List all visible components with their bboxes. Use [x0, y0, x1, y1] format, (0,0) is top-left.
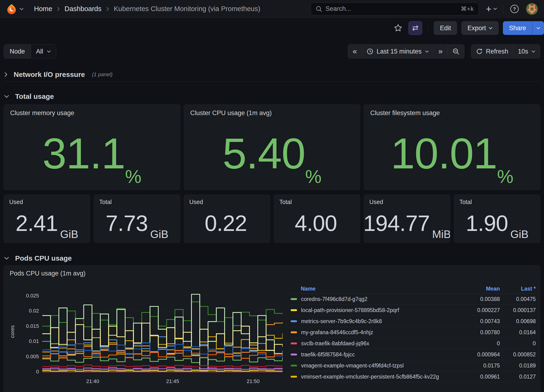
- series-name: traefik-6f5f87584-fpjcc: [301, 352, 355, 358]
- panel-cluster-memory-usage[interactable]: Cluster memory usage 31.1 %: [4, 104, 180, 190]
- x-axis-tick-label: 21:50: [237, 378, 270, 385]
- variable-value[interactable]: All: [31, 45, 56, 58]
- section-network-io-pressure[interactable]: Network I/O pressure (1 panel): [4, 68, 540, 82]
- x-axis-tick-label: 21:40: [76, 378, 109, 385]
- panel-cluster-filesystem-usage[interactable]: Cluster filesystem usage 10.01 %: [364, 104, 540, 190]
- chart-series-line: [42, 370, 283, 371]
- chevron-down-icon: [489, 27, 492, 29]
- edit-button[interactable]: Edit: [434, 21, 457, 35]
- section-total-usage[interactable]: Total usage: [4, 89, 540, 104]
- pods-cpu-chart: cores 00.0050.010.0150.020.025 21:4021:4…: [10, 279, 534, 392]
- chevron-down-icon: [493, 7, 497, 10]
- series-mean-value: 0.000964: [460, 352, 500, 358]
- stat-value: 7.73: [106, 212, 148, 234]
- stat-value: 2.41: [16, 212, 58, 234]
- breadcrumb-dashboards[interactable]: Dashboards: [65, 5, 101, 13]
- series-color-pill: [291, 298, 297, 300]
- legend-header-last[interactable]: Last *: [500, 286, 536, 292]
- export-button[interactable]: Export: [461, 21, 499, 35]
- panel-title: Cluster memory usage: [4, 105, 180, 117]
- help-icon: ?: [510, 4, 519, 14]
- total-usage-panels: Cluster memory usage 31.1 % Cluster CPU …: [4, 104, 540, 190]
- panel-cpu-total[interactable]: Total 4.00: [274, 195, 360, 243]
- time-shift-forward-button[interactable]: »: [433, 45, 447, 58]
- stat-unit: GiB: [150, 228, 168, 241]
- refresh-button[interactable]: Refresh: [471, 45, 513, 58]
- time-range-picker[interactable]: Last 15 minutes: [362, 45, 433, 58]
- series-last-value: 0.00698: [500, 318, 536, 324]
- search-box[interactable]: ⌘+k: [311, 3, 479, 15]
- kiosk-mode-button[interactable]: [408, 21, 422, 35]
- legend-row[interactable]: vminsert-example-vmcluster-persistent-5c…: [291, 371, 536, 382]
- chevron-right-icon: [4, 72, 8, 77]
- panel-cpu-used[interactable]: Used 0.22: [184, 195, 270, 243]
- new-dropdown-button[interactable]: +: [486, 4, 497, 14]
- help-button[interactable]: ?: [509, 4, 520, 14]
- series-color-pill: [291, 320, 297, 322]
- series-color-pill: [291, 342, 297, 344]
- panel-cluster-cpu-usage[interactable]: Cluster CPU usage (1m avg) 5.40 %: [184, 104, 360, 190]
- chevron-right-icon: [57, 7, 60, 11]
- user-avatar[interactable]: [526, 3, 538, 15]
- share-options-button[interactable]: [532, 21, 544, 35]
- legend-row[interactable]: coredns-7f496c8d7d-g7qg20.003880.00475: [291, 294, 536, 305]
- series-color-pill: [291, 376, 297, 378]
- legend-row[interactable]: metrics-server-7b9c9c4b9c-2r8k80.007430.…: [291, 316, 536, 327]
- panel-filesystem-total[interactable]: Total 1.90GiB: [454, 195, 540, 243]
- series-mean-value: 0.00388: [460, 296, 500, 302]
- time-shift-back-button[interactable]: «: [348, 45, 362, 58]
- grafana-logo-button[interactable]: [6, 4, 24, 14]
- star-icon: [394, 24, 402, 32]
- stat-unit: %: [305, 167, 321, 186]
- y-axis-tick-label: 0.01: [10, 338, 39, 345]
- chart-series-line: [42, 357, 283, 363]
- series-mean-value: 0.00780: [460, 329, 500, 336]
- node-variable-dropdown[interactable]: Node All: [4, 44, 56, 58]
- legend-row[interactable]: local-path-provisioner-578895bd58-2pqrf0…: [291, 305, 536, 316]
- series-name: vminsert-example-vmcluster-persistent-5c…: [301, 374, 439, 380]
- series-color-pill: [291, 365, 297, 367]
- stat-value: 0.22: [205, 212, 247, 234]
- legend-row[interactable]: my-grafana-84546ccdf5-4nhjz0.007800.0164: [291, 327, 536, 338]
- series-last-value: 0: [500, 340, 536, 347]
- legend-row[interactable]: traefik-6f5f87584-fpjcc0.0009640.000852: [291, 349, 536, 360]
- stat-unit: MiB: [432, 228, 450, 241]
- legend-header-name[interactable]: Name: [291, 286, 460, 292]
- chart-series-line: [42, 351, 283, 358]
- stat-value-wrap: 10.01 %: [364, 117, 540, 190]
- series-mean-value: 0.00961: [460, 374, 500, 380]
- share-button[interactable]: Share: [503, 21, 532, 35]
- legend-table: Name Mean Last * coredns-7f496c8d7d-g7qg…: [291, 284, 536, 382]
- section-pods-cpu-usage[interactable]: Pods CPU usage: [4, 251, 540, 265]
- swap-arrows-icon: [412, 24, 419, 32]
- legend-header-mean[interactable]: Mean: [460, 286, 500, 292]
- panel-filesystem-used[interactable]: Used 194.77MiB: [364, 195, 450, 243]
- series-color-pill: [291, 309, 297, 311]
- stat-value: 194.77: [364, 212, 430, 234]
- search-input[interactable]: [325, 5, 458, 12]
- breadcrumb-current-dashboard: Kubernetes Cluster Monitoring (via Prome…: [114, 5, 260, 13]
- refresh-interval-dropdown[interactable]: 10s: [513, 45, 540, 58]
- stat-value-wrap: 31.1 %: [4, 117, 180, 190]
- legend-row[interactable]: vmagent-example-vmagent-c4f9fd4cf-tzpsl0…: [291, 360, 536, 371]
- chevron-down-icon: [4, 94, 9, 98]
- search-shortcut: ⌘+k: [461, 6, 474, 12]
- dashboard-toolbar: Edit Export Share: [0, 18, 544, 38]
- stat-value: 1.90: [466, 212, 508, 234]
- chevron-down-icon: [532, 50, 535, 53]
- section-title: Total usage: [15, 92, 54, 100]
- panel-memory-total[interactable]: Total 7.73GiB: [94, 195, 180, 243]
- stat-value: 31.1: [42, 132, 125, 175]
- star-button[interactable]: [392, 22, 404, 34]
- pods-cpu-chart-svg[interactable]: [42, 288, 283, 375]
- grafana-logo-icon: [6, 4, 17, 14]
- y-axis-tick-label: 0.005: [10, 353, 39, 360]
- breadcrumb-home[interactable]: Home: [34, 5, 52, 13]
- zoom-out-button[interactable]: [447, 45, 464, 58]
- legend-row[interactable]: svclb-traefik-8abfdaed-jq96x00: [291, 338, 536, 349]
- panel-title: Cluster filesystem usage: [364, 105, 540, 117]
- panel-pods-cpu-usage[interactable]: Pods CPU usage (1m avg) cores 00.0050.01…: [4, 265, 540, 392]
- top-nav-bar: Home Dashboards Kubernetes Cluster Monit…: [0, 0, 544, 18]
- panel-memory-used[interactable]: Used 2.41GiB: [4, 195, 90, 243]
- chart-series-line: [42, 322, 283, 358]
